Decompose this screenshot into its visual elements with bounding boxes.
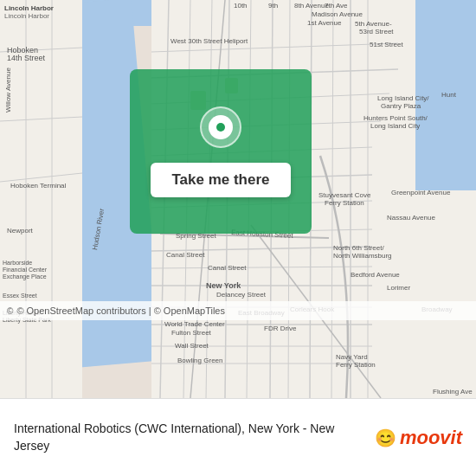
- flushing-ave-label: Flushing Ave: [433, 388, 473, 396]
- ferry-station-label: Ferry Station: [325, 199, 364, 207]
- fdr-drive-label: FDR Drive: [264, 325, 296, 332]
- moovit-text: moovit: [400, 427, 462, 449]
- exchange-place-label: Exchange Place: [3, 273, 47, 280]
- wall-street-label: Wall Street: [175, 342, 209, 350]
- north-williamsburg-label: North Williamsburg: [333, 252, 392, 260]
- map-container: Lincoln Harbor Lincoln Harbor Hoboken 14…: [0, 0, 476, 398]
- lorimer-label: Lorimer: [387, 284, 410, 292]
- pin-circle-inner: [209, 115, 233, 139]
- destination-overlay: Take me there: [130, 69, 312, 234]
- essex-street-label: Essex Street: [3, 293, 37, 299]
- stuyvesant-cove-label: Stuyvesant Cove: [318, 191, 370, 199]
- nassau-ave-label: Nassau Avenue: [387, 214, 435, 222]
- new-york-city-label: New York: [206, 281, 241, 290]
- moovit-logo: 😊 moovit: [375, 427, 462, 449]
- attribution-text: © OpenStreetMap contributors | © OpenMap…: [16, 306, 225, 316]
- financial-center-label: Financial Center: [3, 267, 47, 273]
- copyright-icon: ©: [7, 306, 13, 316]
- lincoln-harbor-label1: Lincoln Harbor: [4, 4, 54, 12]
- harborside-label: Harborside: [3, 260, 32, 266]
- take-me-there-button[interactable]: Take me there: [151, 163, 290, 197]
- location-pin: [199, 106, 242, 149]
- bowling-green-label: Bowling Green: [177, 357, 222, 364]
- 51st-label: 51st Street: [370, 41, 403, 48]
- 8th-ave-label: 8th Avenue: [294, 2, 329, 10]
- hoboken-14th-label: 14th Street: [7, 54, 45, 62]
- delancey-street-label: Delancey Street: [216, 291, 266, 299]
- 53rd-label: 53rd Street: [359, 28, 394, 35]
- fulton-street-label: Fulton Street: [171, 329, 211, 337]
- 1st-ave-label: 1st Avenue: [307, 19, 341, 27]
- 10th-ave-label: 10th: [234, 2, 248, 10]
- hunt-label: Hunt: [441, 91, 456, 99]
- attribution-bar: © © OpenStreetMap contributors | © OpenM…: [0, 301, 476, 320]
- willow-ave-label: Willow Avenue: [4, 68, 12, 113]
- moovit-emoji: 😊: [375, 428, 396, 448]
- bedford-ave-label: Bedford Avenue: [351, 271, 400, 279]
- gantry-plaza-label: Gantry Plaza: [381, 102, 421, 110]
- hoboken-terminal-label: Hoboken Terminal: [10, 182, 66, 190]
- 5th-53rd-label: 5th Avenue-: [355, 20, 392, 28]
- world-trade-label: World Trade Center: [164, 320, 225, 328]
- canal-street-label1: Canal Street: [166, 251, 204, 259]
- north-6th-label: North 6th Street/: [333, 244, 384, 252]
- lincoln-harbor-label2: Lincoln Harbor: [4, 12, 49, 20]
- pin-circle-outer: [200, 106, 241, 148]
- svg-line-2: [0, 173, 82, 182]
- canal-street-label2: Canal Street: [208, 264, 246, 272]
- li-city-label: Long Island City: [370, 122, 420, 130]
- west-30th-label: West 30th Street Heliport: [170, 37, 248, 45]
- li-gantry-label: Long Island City/: [377, 94, 429, 102]
- svg-line-1: [0, 117, 82, 121]
- navy-yard-label: Navy Yard: [336, 353, 368, 361]
- hunters-point-label: Hunters Point South/: [363, 114, 428, 122]
- ferry-station2-label: Ferry Station: [336, 361, 376, 369]
- 9th-ave-label: 9th: [268, 2, 278, 10]
- greenpoint-ave-label: Greenpoint Avenue: [391, 189, 450, 196]
- madison-label: Madison Avenue: [312, 10, 363, 18]
- 7th-ave-label: 7th Ave: [325, 2, 348, 10]
- bottom-panel: International Robotics (CWC Internationa…: [0, 398, 476, 476]
- svg-line-14: [151, 267, 372, 268]
- pin-dot: [216, 123, 225, 132]
- destination-info: International Robotics (CWC Internationa…: [14, 421, 364, 454]
- destination-name: International Robotics (CWC Internationa…: [14, 421, 364, 454]
- newport-label: Newport: [7, 227, 33, 235]
